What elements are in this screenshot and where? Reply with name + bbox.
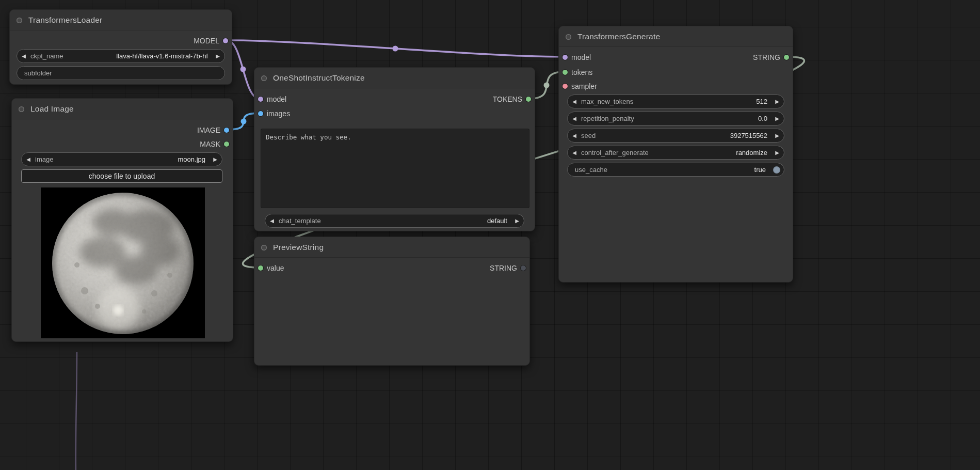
- widget-ckpt-name[interactable]: ◀ ckpt_name llava-hf/llava-v1.6-mistral-…: [17, 49, 225, 63]
- node-title: OneShotInstructTokenize: [273, 73, 365, 82]
- widget-chat-template[interactable]: ◀ chat_template default ▶: [265, 214, 524, 228]
- node-title: PreviewString: [273, 243, 324, 252]
- widget-value: moon.jpg: [58, 155, 205, 163]
- input-label-model: model: [267, 95, 286, 103]
- widget-name: seed: [581, 132, 596, 139]
- output-slot-string: STRING: [753, 52, 793, 63]
- input-dot-value-icon[interactable]: [258, 265, 263, 271]
- widget-name: ckpt_name: [30, 52, 63, 60]
- input-label-value: value: [267, 264, 284, 272]
- widget-use-cache[interactable]: use_cache true: [567, 163, 784, 177]
- output-slot-model: MODEL: [194, 35, 232, 46]
- node-title: Load Image: [30, 104, 74, 113]
- combo-prev-icon[interactable]: ◀: [17, 53, 30, 59]
- output-dot-string-icon[interactable]: [521, 265, 526, 271]
- link-model-to-generate: [227, 40, 564, 57]
- input-dot-tokens-icon[interactable]: [563, 70, 568, 75]
- widget-image-select[interactable]: ◀ image moon.jpg ▶: [21, 152, 222, 166]
- input-dot-images-icon[interactable]: [258, 111, 263, 116]
- output-label-string: STRING: [753, 53, 780, 61]
- combo-prev-icon[interactable]: ◀: [265, 218, 279, 224]
- widget-max-new-tokens[interactable]: ◀ max_new_tokens 512 ▶: [567, 95, 784, 108]
- widget-name: chat_template: [279, 217, 321, 225]
- widget-value: 512: [638, 98, 767, 105]
- collapse-toggle-icon[interactable]: [566, 34, 571, 40]
- node-transformersgenerate[interactable]: TransformersGenerate model STRING tokens…: [558, 26, 793, 283]
- input-dot-model-icon[interactable]: [258, 97, 263, 102]
- widget-seed[interactable]: ◀ seed 3927515562 ▶: [567, 129, 784, 143]
- toggle-knob-icon[interactable]: [773, 166, 780, 174]
- number-increment-icon[interactable]: ▶: [770, 99, 784, 104]
- output-label-tokens: TOKENS: [493, 95, 522, 103]
- node-title-bar[interactable]: Load Image: [12, 99, 233, 119]
- input-slot-images: images: [254, 108, 290, 119]
- input-slot-sampler: sampler: [559, 81, 597, 92]
- collapse-toggle-icon[interactable]: [17, 18, 22, 23]
- combo-next-icon[interactable]: ▶: [208, 156, 222, 162]
- link-midpoint-dot: [393, 46, 398, 52]
- input-slot-model: model: [254, 93, 286, 105]
- link-midpoint-dot: [544, 83, 550, 88]
- link-midpoint-dot: [240, 67, 246, 72]
- widget-name: use_cache: [575, 166, 607, 174]
- node-title: TransformersLoader: [28, 15, 102, 24]
- node-oneshotinstructtokenize[interactable]: OneShotInstructTokenize model images TOK…: [254, 67, 535, 231]
- node-previewstring[interactable]: PreviewString value STRING: [254, 237, 530, 366]
- output-slot-tokens: TOKENS: [493, 93, 535, 105]
- input-dot-sampler-icon[interactable]: [563, 84, 568, 89]
- output-label-image: IMAGE: [197, 126, 220, 134]
- widget-control-after-generate[interactable]: ◀ control_after_generate randomize ▶: [567, 146, 784, 160]
- output-slot-string: STRING: [490, 262, 529, 274]
- widget-value: 3927515562: [601, 132, 767, 139]
- combo-prev-icon[interactable]: ◀: [568, 150, 581, 155]
- output-dot-model-icon[interactable]: [223, 38, 228, 43]
- upload-button[interactable]: choose file to upload: [21, 169, 222, 183]
- node-graph-canvas[interactable]: TransformersLoader MODEL ◀ ckpt_name lla…: [0, 0, 980, 470]
- number-increment-icon[interactable]: ▶: [770, 116, 784, 121]
- node-transformersloader[interactable]: TransformersLoader MODEL ◀ ckpt_name lla…: [9, 9, 232, 85]
- number-decrement-icon[interactable]: ◀: [568, 99, 581, 104]
- node-title: TransformersGenerate: [577, 32, 660, 41]
- collapse-toggle-icon[interactable]: [261, 245, 267, 250]
- output-dot-tokens-icon[interactable]: [526, 97, 531, 102]
- upload-button-label: choose file to upload: [89, 172, 155, 180]
- input-dot-model-icon[interactable]: [563, 55, 568, 60]
- output-dot-string-icon[interactable]: [784, 55, 789, 60]
- moon-image: [41, 187, 205, 338]
- input-label-images: images: [267, 109, 290, 118]
- node-title-bar[interactable]: TransformersGenerate: [559, 26, 793, 47]
- output-dot-image-icon[interactable]: [224, 128, 229, 133]
- combo-prev-icon[interactable]: ◀: [22, 156, 35, 162]
- output-label-model: MODEL: [194, 37, 219, 45]
- node-title-bar[interactable]: TransformersLoader: [10, 10, 232, 30]
- node-title-bar[interactable]: OneShotInstructTokenize: [254, 68, 535, 88]
- widget-repetition-penalty[interactable]: ◀ repetition_penalty 0.0 ▶: [567, 112, 784, 126]
- collapse-toggle-icon[interactable]: [19, 106, 24, 112]
- widget-name: repetition_penalty: [581, 115, 634, 122]
- widget-value: true: [613, 166, 766, 174]
- combo-next-icon[interactable]: ▶: [510, 218, 524, 224]
- input-label-sampler: sampler: [571, 82, 597, 90]
- output-label-string: STRING: [490, 264, 517, 272]
- widget-name: subfolder: [24, 69, 52, 77]
- combo-next-icon[interactable]: ▶: [770, 150, 784, 155]
- widget-name: image: [35, 155, 53, 163]
- link-offscreen-stray: [76, 352, 77, 470]
- input-label-model: model: [571, 53, 591, 61]
- widget-name: max_new_tokens: [581, 98, 633, 105]
- node-load-image[interactable]: Load Image IMAGE MASK ◀ image moon.jpg ▶…: [11, 98, 233, 342]
- input-slot-model: model: [559, 52, 591, 63]
- input-label-tokens: tokens: [571, 68, 592, 76]
- number-decrement-icon[interactable]: ◀: [568, 116, 581, 121]
- input-slot-value: value: [254, 262, 284, 274]
- prompt-textarea[interactable]: Describe what you see.: [261, 129, 529, 208]
- combo-next-icon[interactable]: ▶: [211, 53, 224, 59]
- collapse-toggle-icon[interactable]: [261, 75, 267, 81]
- widget-value: default: [326, 217, 507, 225]
- widget-subfolder[interactable]: subfolder: [17, 66, 225, 80]
- widget-name: control_after_generate: [581, 149, 649, 156]
- node-title-bar[interactable]: PreviewString: [254, 237, 529, 258]
- output-dot-mask-icon[interactable]: [224, 142, 229, 147]
- number-increment-icon[interactable]: ▶: [770, 133, 784, 138]
- number-decrement-icon[interactable]: ◀: [568, 133, 581, 138]
